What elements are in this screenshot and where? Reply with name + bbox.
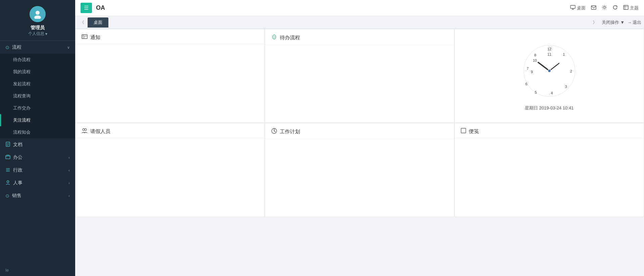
sidebar-header: 管理员 个人信息 ▾ xyxy=(0,0,75,41)
widget-note-body xyxy=(455,138,644,217)
sidebar-group-docs[interactable]: 文档 xyxy=(0,138,75,151)
office-label: 办公 xyxy=(13,154,66,160)
workflow-chevron: ∨ xyxy=(67,45,70,50)
logout-icon: → xyxy=(627,20,632,25)
svg-text:3: 3 xyxy=(565,85,567,89)
sales-chevron: ‹ xyxy=(68,194,70,198)
tab-prev-button[interactable]: 《 xyxy=(78,18,86,27)
tab-next-button[interactable]: 》 xyxy=(591,18,599,27)
widget-workplan-title: 工作计划 xyxy=(280,129,300,135)
sidebar-bottom: Ie xyxy=(0,265,75,276)
svg-rect-25 xyxy=(83,37,85,37)
widget-notice-header: 通知 xyxy=(76,29,264,44)
svg-text:8: 8 xyxy=(534,53,536,57)
logout-button[interactable]: → 退出 xyxy=(627,19,641,26)
admin-chevron: ‹ xyxy=(68,168,70,172)
clock-svg: 12 1 2 3 4 5 6 7 8 9 10 11 xyxy=(519,41,580,101)
widget-notice: 通知 xyxy=(75,29,265,123)
svg-text:5: 5 xyxy=(535,90,537,94)
svg-point-18 xyxy=(603,6,605,8)
desktop-label: 桌面 xyxy=(577,5,586,11)
note-header-icon xyxy=(461,128,466,135)
svg-text:2: 2 xyxy=(570,69,572,73)
clock-datetime: 星期日 2019-03-24 10:41 xyxy=(525,105,574,111)
workflow-sub-items: 待办流程 我的流程 发起流程 流程查询 工作交办 关注流程 流程知会 xyxy=(0,54,75,138)
svg-text:4: 4 xyxy=(551,91,553,95)
widget-pending-header: 待办流程 xyxy=(265,29,454,45)
widget-leave-body xyxy=(76,138,264,217)
svg-rect-17 xyxy=(591,6,596,9)
svg-point-48 xyxy=(85,129,87,131)
theme-label: 主题 xyxy=(630,5,639,11)
pending-header-icon xyxy=(271,34,277,41)
widget-workplan-body xyxy=(265,139,454,217)
widget-pending-title: 待办流程 xyxy=(280,35,300,41)
menu-button[interactable]: ☰ xyxy=(81,3,92,13)
app-title: OA xyxy=(96,4,566,11)
desktop-icon xyxy=(570,5,576,11)
sidebar-group-sales[interactable]: ⊙ 销售 ‹ xyxy=(0,189,75,202)
sidebar-item-notice[interactable]: 流程知会 xyxy=(0,126,75,138)
sidebar-item-start[interactable]: 发起流程 xyxy=(0,78,75,90)
topbar-refresh-action[interactable] xyxy=(612,5,618,11)
sidebar-item-query[interactable]: 流程查询 xyxy=(0,90,75,102)
widget-pending-flow: 待办流程 xyxy=(265,29,454,123)
sidebar-section-workflow: ⊙ 流程 ∨ 待办流程 我的流程 发起流程 流程查询 工作交办 关注流程 xyxy=(0,41,75,202)
settings-icon xyxy=(602,5,607,11)
widget-notice-title: 通知 xyxy=(90,34,100,41)
sales-icon: ⊙ xyxy=(5,193,9,198)
sales-label: 销售 xyxy=(12,193,66,199)
widget-clock: 12 1 2 3 4 5 6 7 8 9 10 11 xyxy=(454,29,644,123)
svg-rect-6 xyxy=(6,155,10,159)
hr-label: 人事 xyxy=(13,180,66,186)
admin-label: 行政 xyxy=(13,167,66,173)
sidebar-item-myflow[interactable]: 我的流程 xyxy=(0,66,75,78)
workflow-icon: ⊙ xyxy=(5,45,9,50)
hr-chevron: ‹ xyxy=(68,181,70,185)
close-operation-button[interactable]: 关闭操作 ▼ xyxy=(602,19,625,26)
sidebar-item-work[interactable]: 工作交办 xyxy=(0,102,75,114)
sidebar-group-admin[interactable]: 行政 ‹ xyxy=(0,164,75,177)
svg-rect-19 xyxy=(624,5,628,9)
menu-icon: ☰ xyxy=(84,5,89,11)
widget-note: 便笺 xyxy=(454,123,644,217)
svg-point-46 xyxy=(548,70,551,73)
topbar-desktop-action[interactable]: 桌面 xyxy=(570,5,586,11)
user-info-link[interactable]: 个人信息 ▾ xyxy=(28,31,47,37)
topbar-mail-action[interactable] xyxy=(591,5,596,11)
widget-notice-body xyxy=(76,44,264,123)
widget-clock-body: 12 1 2 3 4 5 6 7 8 9 10 11 xyxy=(455,29,644,123)
svg-rect-14 xyxy=(571,5,575,8)
svg-text:6: 6 xyxy=(525,82,527,86)
leave-header-icon xyxy=(82,128,88,135)
sidebar-group-workflow[interactable]: ⊙ 流程 ∨ xyxy=(0,41,75,54)
svg-text:1: 1 xyxy=(563,52,565,56)
docs-label: 文档 xyxy=(13,142,22,148)
sidebar-group-hr[interactable]: 人事 ‹ xyxy=(0,177,75,189)
docs-icon xyxy=(5,142,10,148)
topbar-theme-action[interactable]: 主题 xyxy=(623,5,639,11)
widget-note-title: 便笺 xyxy=(469,128,479,135)
tab-desktop[interactable]: 桌面 xyxy=(88,17,108,28)
svg-text:12: 12 xyxy=(547,47,551,51)
widget-pending-body xyxy=(265,45,454,123)
mail-icon xyxy=(591,5,596,11)
sidebar-item-pending[interactable]: 待办流程 xyxy=(0,54,75,66)
sidebar-item-follow[interactable]: 关注流程 xyxy=(0,114,75,126)
user-name: 管理员 xyxy=(31,25,45,31)
refresh-icon xyxy=(612,5,618,11)
svg-point-1 xyxy=(34,15,41,19)
tabbar: 《 桌面 》 关闭操作 ▼ → 退出 xyxy=(75,16,644,29)
widget-note-header: 便笺 xyxy=(455,123,644,138)
svg-text:9: 9 xyxy=(531,70,533,74)
office-icon xyxy=(5,154,10,160)
avatar xyxy=(30,6,46,22)
sidebar-group-office[interactable]: 办公 ‹ xyxy=(0,151,75,164)
topbar-settings-action[interactable] xyxy=(602,5,607,11)
notice-header-icon xyxy=(82,34,88,41)
topbar: ☰ OA 桌面 xyxy=(75,0,644,16)
close-chevron-icon: ▼ xyxy=(620,20,625,25)
workplan-header-icon xyxy=(271,128,277,135)
sidebar: 管理员 个人信息 ▾ ⊙ 流程 ∨ 待办流程 我的流程 发起流程 流程查询 xyxy=(0,0,75,276)
svg-text:7: 7 xyxy=(527,66,529,71)
